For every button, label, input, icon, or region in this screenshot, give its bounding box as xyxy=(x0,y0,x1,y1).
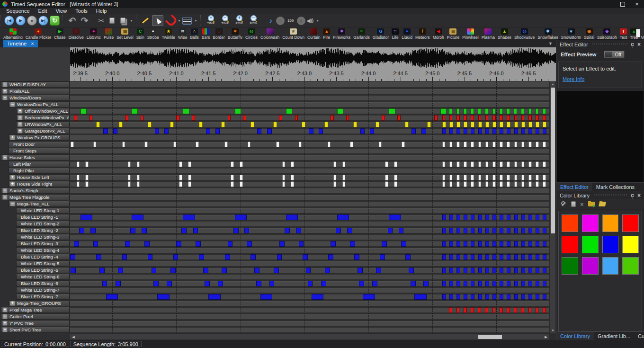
effect-block[interactable] xyxy=(282,161,286,167)
color-swatch-5[interactable] xyxy=(562,236,578,253)
pin-icon[interactable] xyxy=(631,194,634,197)
redo-button[interactable]: ↷ xyxy=(79,15,90,26)
effect-block[interactable] xyxy=(449,115,453,121)
effect-block[interactable] xyxy=(521,128,525,134)
effect-block[interactable] xyxy=(399,228,404,233)
effect-block[interactable] xyxy=(228,241,233,247)
effect-editor-tab-effect-editor[interactable]: Effect Editor xyxy=(556,183,592,191)
effect-block[interactable] xyxy=(514,181,518,187)
tree-row-gutter-pixel[interactable]: +Gutter Pixel xyxy=(0,313,70,320)
effect-block[interactable] xyxy=(507,115,510,121)
tree-row-white-led-string-6[interactable]: White LED String-6 xyxy=(0,274,70,280)
effect-block[interactable] xyxy=(319,128,323,134)
effect-block[interactable] xyxy=(449,122,453,127)
effect-block[interactable] xyxy=(199,254,204,260)
effect-block[interactable] xyxy=(478,294,482,300)
effect-block[interactable] xyxy=(358,268,363,273)
effect-block[interactable] xyxy=(394,175,397,180)
speed-up-button[interactable]: + xyxy=(297,17,305,25)
effect-block[interactable] xyxy=(492,254,496,260)
expand-icon[interactable]: + xyxy=(2,314,8,319)
effect-block[interactable] xyxy=(337,108,344,114)
effect-block[interactable] xyxy=(346,115,349,121)
effect-liquid[interactable]: ●Liquid xyxy=(400,28,414,39)
effect-block[interactable] xyxy=(170,268,176,273)
effect-block[interactable] xyxy=(543,214,546,220)
effect-block[interactable] xyxy=(507,228,510,233)
effect-block[interactable] xyxy=(291,161,294,167)
scroll-down-icon[interactable]: ▼ xyxy=(550,328,556,333)
effect-block[interactable] xyxy=(106,294,118,300)
snap-to-button[interactable] xyxy=(165,16,175,26)
effect-block[interactable] xyxy=(521,254,525,260)
effect-block[interactable] xyxy=(442,175,446,180)
effect-block[interactable] xyxy=(536,268,539,273)
panel-close-icon[interactable]: × xyxy=(636,193,642,198)
effect-block[interactable] xyxy=(152,268,157,273)
tree-row-blue-led-string-3[interactable]: Blue LED String -3 xyxy=(0,241,70,247)
effect-block[interactable] xyxy=(507,108,510,114)
expand-icon[interactable]: + xyxy=(10,301,15,306)
effect-block[interactable] xyxy=(500,281,503,286)
effect-block[interactable] xyxy=(442,281,446,286)
audio-waveform[interactable] xyxy=(70,47,556,69)
effect-block[interactable] xyxy=(543,254,546,260)
effect-lipsync[interactable]: ●LipSync xyxy=(85,28,102,39)
effect-block[interactable] xyxy=(183,214,195,220)
effect-block[interactable] xyxy=(449,128,453,134)
effect-block[interactable] xyxy=(521,294,525,300)
effect-block[interactable] xyxy=(188,175,191,180)
effect-block[interactable] xyxy=(536,181,539,187)
effect-block[interactable] xyxy=(536,214,539,220)
effect-block[interactable] xyxy=(74,115,77,121)
effect-block[interactable] xyxy=(380,254,385,260)
effect-block[interactable] xyxy=(206,128,211,134)
effect-block[interactable] xyxy=(333,181,337,187)
effect-gladiator[interactable]: GGladiator xyxy=(371,28,391,39)
effect-block[interactable] xyxy=(80,214,93,220)
effect-block[interactable] xyxy=(485,161,489,167)
tree-row-house-sides[interactable]: −House Sides xyxy=(0,154,70,161)
effect-block[interactable] xyxy=(250,122,254,127)
effect-block[interactable] xyxy=(449,254,453,260)
effect-block[interactable] xyxy=(471,254,474,260)
effect-block[interactable] xyxy=(500,214,503,220)
effect-block[interactable] xyxy=(514,241,518,247)
scroll-right-icon[interactable]: ▶ xyxy=(543,334,549,340)
effect-block[interactable] xyxy=(464,115,467,121)
skip-to-start-button[interactable]: |◀ xyxy=(4,16,14,26)
minimize-button[interactable] xyxy=(601,0,616,8)
tree-row-white-led-string-4[interactable]: White LED String-4 xyxy=(0,247,70,254)
effect-block[interactable] xyxy=(170,122,174,127)
effect-block[interactable] xyxy=(103,128,108,134)
tree-row-windows-doors[interactable]: −Windows/Doors xyxy=(0,95,70,101)
effect-block[interactable] xyxy=(464,175,467,180)
effect-block[interactable] xyxy=(303,254,308,260)
effect-block[interactable] xyxy=(243,115,246,121)
effect-block[interactable] xyxy=(464,281,467,286)
effect-block[interactable] xyxy=(521,161,525,167)
effect-block[interactable] xyxy=(528,268,532,273)
effect-block[interactable] xyxy=(173,142,177,147)
effect-block[interactable] xyxy=(153,281,159,286)
effect-block[interactable] xyxy=(411,281,416,286)
undo-button[interactable]: ↶ xyxy=(67,15,78,26)
effect-twinkle[interactable]: ★Twinkle xyxy=(161,28,177,39)
effect-block[interactable] xyxy=(471,128,474,134)
effect-block[interactable] xyxy=(528,108,532,114)
effect-block[interactable] xyxy=(492,122,496,127)
effect-block[interactable] xyxy=(279,115,282,121)
effect-block[interactable] xyxy=(507,122,510,127)
effect-block[interactable] xyxy=(405,122,409,127)
effect-block[interactable] xyxy=(372,281,377,286)
effect-block[interactable] xyxy=(456,307,460,313)
effect-block[interactable] xyxy=(144,142,148,147)
effect-block[interactable] xyxy=(485,181,489,187)
effect-block[interactable] xyxy=(188,181,191,187)
effect-block[interactable] xyxy=(442,181,446,187)
effect-block[interactable] xyxy=(478,108,481,114)
effect-block[interactable] xyxy=(181,228,187,233)
effect-block[interactable] xyxy=(485,228,489,233)
effect-block[interactable] xyxy=(528,294,532,300)
tree-row-white-led-string-7[interactable]: White LED String-7 xyxy=(0,287,70,294)
